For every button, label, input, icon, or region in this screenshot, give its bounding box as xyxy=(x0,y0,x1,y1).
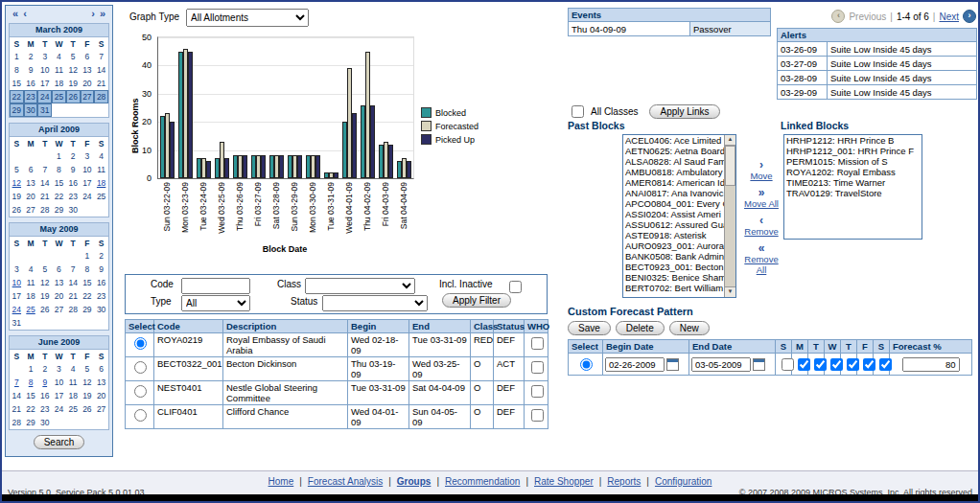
calendar-day[interactable]: 25 xyxy=(52,90,66,103)
calendar-day[interactable]: 22 xyxy=(52,190,66,203)
calendar-day[interactable]: 19 xyxy=(81,389,95,402)
calendar-day[interactable]: 25 xyxy=(66,402,81,416)
calendar-day[interactable]: 21 xyxy=(94,77,108,90)
calendar-day[interactable]: 8 xyxy=(10,63,24,77)
list-item[interactable]: PERM1015: Mission of S xyxy=(784,156,922,167)
calendar-day[interactable]: 12 xyxy=(81,376,95,389)
calendar-day[interactable]: 17 xyxy=(10,289,24,303)
calendar-day[interactable]: 21 xyxy=(10,402,24,416)
calendar-day[interactable]: 7 xyxy=(10,376,24,389)
calendar-day[interactable]: 16 xyxy=(66,176,81,190)
remove-link[interactable]: Remove xyxy=(740,226,782,237)
status-select[interactable] xyxy=(322,295,428,311)
calendar-day[interactable]: 20 xyxy=(81,77,95,90)
forecast-percent-input[interactable] xyxy=(902,357,960,372)
calendar-day[interactable]: 26 xyxy=(37,303,52,316)
remove-icon[interactable]: ‹ xyxy=(740,215,782,226)
calendar-day[interactable]: 16 xyxy=(24,77,38,90)
linked-blocks-listbox[interactable]: HRHP1212: HRH Prince BHRHP1212_001: HRH … xyxy=(783,134,922,240)
remove-all-icon[interactable]: « xyxy=(740,242,782,254)
calendar-day[interactable]: 18 xyxy=(24,289,38,303)
calendar-day[interactable]: 17 xyxy=(81,176,95,190)
calendar-day[interactable]: 29 xyxy=(81,303,95,316)
calendar-day[interactable]: 18 xyxy=(52,77,66,90)
calendar-day[interactable]: 1 xyxy=(52,149,66,163)
calendar-day[interactable]: 6 xyxy=(94,362,108,376)
calendar-day[interactable]: 22 xyxy=(81,289,95,303)
list-item[interactable]: AETN0625: Aetna Board xyxy=(623,146,725,156)
calendar-day[interactable]: 26 xyxy=(66,90,81,103)
calendar-last-icon[interactable]: » xyxy=(100,8,105,19)
calendar-day[interactable]: 9 xyxy=(24,63,38,77)
apply-links-button[interactable]: Apply Links xyxy=(649,104,719,119)
list-item[interactable]: ASSI0204: Assist Ameri xyxy=(623,209,725,219)
footer-link-configuration[interactable]: Configuration xyxy=(655,476,712,487)
save-button[interactable]: Save xyxy=(568,321,611,335)
calendar-day[interactable]: 11 xyxy=(52,63,66,77)
calendar-day[interactable]: 4 xyxy=(24,263,38,276)
calendar-day[interactable]: 15 xyxy=(52,176,66,190)
graph-type-select[interactable]: All Allotments xyxy=(186,9,309,27)
calendar-day[interactable]: 28 xyxy=(94,90,108,103)
day-checkbox[interactable] xyxy=(879,358,892,371)
calendar-day[interactable]: 21 xyxy=(66,289,81,303)
scroll-down-icon[interactable]: ▼ xyxy=(725,286,735,297)
calendar-day[interactable]: 15 xyxy=(10,77,24,90)
list-item[interactable]: BENI0325: Benice Shamo xyxy=(623,272,725,283)
calendar-day[interactable]: 30 xyxy=(94,303,108,316)
list-item[interactable]: ASTE0918: Asterisk xyxy=(623,230,725,240)
footer-link-reports[interactable]: Reports xyxy=(607,476,641,487)
calendar-day[interactable]: 26 xyxy=(81,402,95,416)
calendar-day[interactable]: 9 xyxy=(37,376,52,389)
calendar-day[interactable]: 24 xyxy=(37,90,52,103)
calendar-next-icon[interactable]: › xyxy=(91,8,95,19)
calendar-day[interactable]: 7 xyxy=(66,263,81,276)
day-checkbox[interactable] xyxy=(830,358,843,371)
calendar-day[interactable]: 8 xyxy=(81,263,95,276)
row-select-radio[interactable] xyxy=(134,385,147,398)
calendar-day[interactable]: 24 xyxy=(52,402,66,416)
calendar-day[interactable]: 11 xyxy=(24,276,38,289)
calendar-day[interactable]: 10 xyxy=(10,276,24,289)
calendar-day[interactable]: 1 xyxy=(81,249,95,263)
calendar-day[interactable]: 29 xyxy=(52,203,66,217)
past-blocks-scrollbar[interactable]: ▲ ▼ xyxy=(724,135,735,297)
calendar-day[interactable]: 10 xyxy=(52,376,66,389)
who-checkbox[interactable] xyxy=(531,361,544,374)
calendar-day[interactable]: 2 xyxy=(37,362,52,376)
row-select-radio[interactable] xyxy=(134,337,147,350)
list-item[interactable]: TRAV0129: TravelStore xyxy=(784,188,922,198)
list-item[interactable]: BECT0923_001: Becton Dicki xyxy=(623,262,725,272)
list-item[interactable]: APCO0804_001: Every Child xyxy=(623,198,725,209)
calendar-day[interactable]: 13 xyxy=(94,376,108,389)
calendar-day[interactable]: 30 xyxy=(37,416,52,429)
calendar-day[interactable]: 19 xyxy=(37,289,52,303)
calendar-day[interactable]: 5 xyxy=(81,362,95,376)
calendar-day[interactable]: 26 xyxy=(10,203,24,217)
calendar-day[interactable]: 25 xyxy=(94,190,108,203)
begin-date-input[interactable] xyxy=(605,357,665,372)
calendar-day[interactable]: 14 xyxy=(94,63,108,77)
calendar-day[interactable]: 6 xyxy=(24,163,38,176)
calendar-day[interactable]: 13 xyxy=(24,176,38,190)
calendar-day[interactable]: 17 xyxy=(37,77,52,90)
calendar-day[interactable]: 31 xyxy=(37,103,52,117)
row-select-radio[interactable] xyxy=(134,361,147,374)
calendar-day[interactable]: 23 xyxy=(24,90,38,103)
scroll-up-icon[interactable]: ▲ xyxy=(725,135,735,146)
calendar-day[interactable]: 2 xyxy=(66,149,81,163)
next-button[interactable]: Next xyxy=(939,11,959,22)
new-button[interactable]: New xyxy=(669,321,710,335)
previous-button[interactable]: Previous xyxy=(849,11,886,22)
calendar-day[interactable]: 29 xyxy=(10,103,24,117)
list-item[interactable]: AMER0814: American Ido xyxy=(623,177,725,188)
calendar-day[interactable]: 15 xyxy=(81,276,95,289)
past-blocks-listbox[interactable]: ACEL0406: Ace LimitedAETN0625: Aetna Boa… xyxy=(622,134,736,298)
list-item[interactable]: BANK0508: Bank Adminis xyxy=(623,251,725,262)
move-link[interactable]: Move xyxy=(740,171,782,181)
calendar-day[interactable]: 15 xyxy=(24,389,38,402)
code-input[interactable] xyxy=(181,278,250,294)
calendar-day[interactable]: 28 xyxy=(66,303,81,316)
calendar-day[interactable]: 1 xyxy=(24,362,38,376)
calendar-picker-icon[interactable] xyxy=(753,358,765,371)
